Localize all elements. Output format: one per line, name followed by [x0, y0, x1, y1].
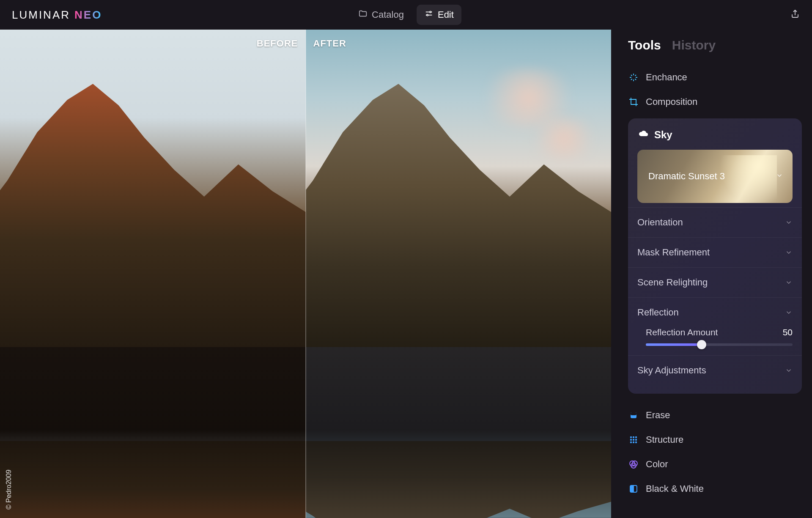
image-after — [306, 30, 612, 518]
section-scene-relighting-label: Scene Relighting — [637, 277, 708, 288]
share-button[interactable] — [790, 13, 800, 20]
venn-icon — [628, 459, 639, 470]
tool-bw[interactable]: Black & White — [628, 477, 802, 501]
sky-preset-selector[interactable]: Dramatic Sunset 3 — [637, 150, 793, 203]
chevron-down-icon — [776, 171, 783, 182]
section-orientation: Orientation — [628, 207, 802, 237]
chevron-down-icon — [785, 279, 793, 286]
reflection-amount-slider[interactable] — [646, 343, 793, 346]
tool-erase-label: Erase — [646, 410, 670, 421]
svg-point-11 — [633, 441, 634, 443]
nav-catalog-label: Catalog — [372, 9, 404, 20]
section-mask-refinement: Mask Refinement — [628, 237, 802, 267]
chevron-down-icon — [785, 309, 793, 316]
sky-tool-card: Sky Dramatic Sunset 3 Orientation Mask R… — [628, 118, 802, 394]
photo-credit: © Pedro2009 — [5, 469, 13, 510]
panel-tabs: Tools History — [628, 38, 802, 52]
svg-point-12 — [635, 441, 637, 443]
sparkle-icon — [628, 72, 639, 83]
svg-point-0 — [430, 11, 431, 13]
section-mask-refinement-label: Mask Refinement — [637, 247, 710, 258]
svg-point-4 — [630, 436, 632, 438]
label-after: AFTER — [313, 38, 346, 49]
reflection-amount-label: Reflection Amount — [646, 327, 718, 337]
logo-text-a: LUMINAR — [12, 8, 70, 22]
svg-point-8 — [633, 439, 634, 441]
sky-title: Sky — [654, 129, 672, 141]
tool-structure-label: Structure — [646, 434, 683, 445]
reflection-amount-row: Reflection Amount 50 — [646, 327, 793, 337]
cloud-icon — [638, 129, 648, 141]
reflection-amount-value: 50 — [783, 327, 793, 337]
svg-point-9 — [635, 439, 637, 441]
top-bar: LUMINAR NEO Catalog Edit — [0, 0, 812, 30]
section-reflection: Reflection Reflection Amount 50 — [628, 297, 802, 355]
tool-enhance[interactable]: Enchance — [628, 65, 802, 90]
section-reflection-body: Reflection Amount 50 — [637, 327, 793, 355]
chevron-down-icon — [785, 219, 793, 226]
tool-composition[interactable]: Composition — [628, 90, 802, 114]
app-logo: LUMINAR NEO — [12, 8, 102, 22]
section-reflection-label: Reflection — [637, 307, 679, 318]
section-sky-adjustments-head[interactable]: Sky Adjustments — [637, 356, 793, 385]
slider-thumb[interactable] — [697, 340, 706, 349]
sky-header[interactable]: Sky — [637, 127, 793, 150]
image-before — [0, 30, 306, 518]
svg-point-1 — [426, 14, 428, 16]
tool-enhance-label: Enchance — [646, 72, 687, 83]
section-scene-relighting: Scene Relighting — [628, 267, 802, 297]
chevron-down-icon — [785, 249, 793, 256]
tool-erase[interactable]: Erase — [628, 403, 802, 428]
tab-tools[interactable]: Tools — [628, 38, 661, 52]
slider-fill — [646, 343, 702, 346]
nav-center: Catalog Edit — [351, 5, 461, 25]
svg-rect-3 — [631, 412, 636, 415]
chevron-down-icon — [785, 367, 793, 374]
svg-point-6 — [635, 436, 637, 438]
crop-icon — [628, 96, 639, 107]
split-handle[interactable] — [305, 30, 306, 518]
svg-point-7 — [630, 439, 632, 441]
nav-catalog[interactable]: Catalog — [351, 5, 411, 25]
right-panel: Tools History Enchance Composition Sky — [611, 30, 812, 518]
nav-edit[interactable]: Edit — [417, 5, 461, 25]
tool-color[interactable]: Color — [628, 452, 802, 477]
top-right — [790, 9, 800, 21]
erase-icon — [628, 410, 639, 421]
share-icon — [790, 9, 800, 19]
section-orientation-label: Orientation — [637, 217, 683, 228]
section-sky-adjustments: Sky Adjustments — [628, 355, 802, 385]
tab-history[interactable]: History — [672, 38, 716, 52]
svg-point-10 — [630, 441, 632, 443]
dots-icon — [628, 434, 639, 445]
nav-edit-label: Edit — [438, 9, 454, 20]
tool-structure[interactable]: Structure — [628, 428, 802, 452]
workspace: BEFORE AFTER © Pedro2009 Tools History E… — [0, 30, 812, 518]
logo-text-b: NEO — [74, 8, 102, 22]
label-before: BEFORE — [257, 38, 298, 49]
tool-bw-label: Black & White — [646, 483, 704, 494]
section-mask-refinement-head[interactable]: Mask Refinement — [637, 238, 793, 267]
section-orientation-head[interactable]: Orientation — [637, 208, 793, 237]
half-square-icon — [628, 483, 639, 494]
section-sky-adjustments-label: Sky Adjustments — [637, 365, 706, 376]
section-scene-relighting-head[interactable]: Scene Relighting — [637, 268, 793, 297]
section-reflection-head[interactable]: Reflection — [637, 298, 793, 327]
tool-color-label: Color — [646, 459, 668, 470]
sliders-icon — [424, 9, 433, 21]
tool-composition-label: Composition — [646, 96, 697, 107]
svg-point-5 — [633, 436, 634, 438]
folder-icon — [358, 9, 368, 21]
sky-preset-label: Dramatic Sunset 3 — [648, 171, 725, 182]
image-canvas[interactable]: BEFORE AFTER © Pedro2009 — [0, 30, 611, 518]
